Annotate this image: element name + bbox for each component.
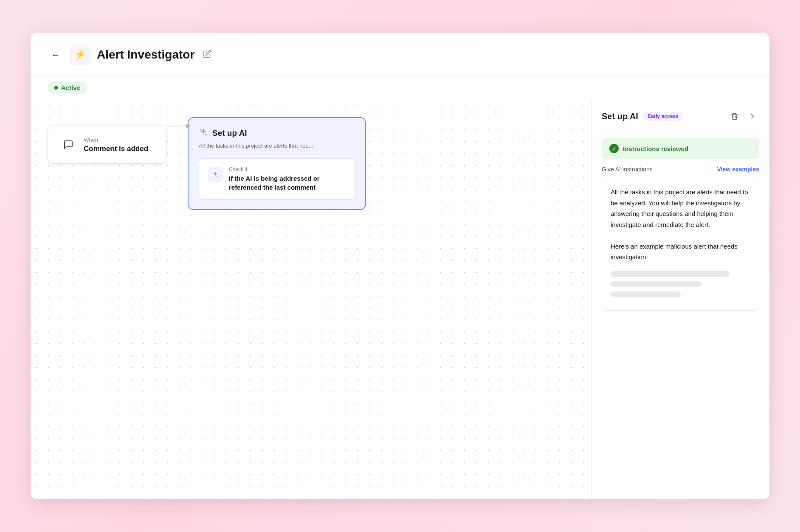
delete-button[interactable] <box>728 109 741 123</box>
main-content: When Comment is added <box>31 100 769 499</box>
view-examples-link[interactable]: View examples <box>717 166 759 173</box>
instructions-label: Give AI instructions <box>602 166 653 173</box>
trigger-title: Comment is added <box>84 145 148 153</box>
ai-card-title: Set up AI <box>212 129 247 138</box>
status-label: Active <box>61 84 80 91</box>
ai-sparkle-icon <box>199 127 208 139</box>
instructions-label-row: Give AI instructions View examples <box>602 166 759 173</box>
edit-icon[interactable] <box>203 50 211 60</box>
instructions-section: Give AI instructions View examples All t… <box>592 166 769 499</box>
panel-title: Set up AI <box>602 112 638 121</box>
canvas-area: When Comment is added <box>31 100 591 499</box>
instructions-text: All the tasks in this project are alerts… <box>611 188 748 260</box>
page-title: Alert Investigator <box>97 48 194 62</box>
early-access-badge: Early access <box>643 112 683 121</box>
trigger-text: When Comment is added <box>84 137 148 153</box>
instructions-reviewed-banner: ✓ Instructions reviewed <box>602 138 759 159</box>
comment-icon <box>60 136 77 153</box>
app-window: ← ⚡ Alert Investigator Active <box>31 33 769 499</box>
instructions-text-box[interactable]: All the tasks in this project are alerts… <box>602 178 759 311</box>
ai-card-subtitle: All the tasks in this project are alerts… <box>199 142 355 150</box>
ai-setup-card[interactable]: Set up AI All the tasks in this project … <box>188 117 366 210</box>
check-text: Check if If the AI is being addressed or… <box>229 166 346 192</box>
banner-text: Instructions reviewed <box>623 145 688 152</box>
ai-card-header: Set up AI <box>199 127 355 139</box>
skeleton-line-1 <box>611 271 730 277</box>
status-bar: Active <box>31 76 769 100</box>
check-sparkle-icon <box>208 167 223 182</box>
check-label: Check if <box>229 166 346 172</box>
connector-dot <box>186 124 190 128</box>
check-card[interactable]: Check if If the AI is being addressed or… <box>199 158 355 200</box>
skeleton-line-2 <box>611 281 701 287</box>
trigger-when-label: When <box>84 137 148 143</box>
check-title: If the AI is being addressed or referenc… <box>229 174 346 192</box>
expand-button[interactable] <box>746 109 759 123</box>
header: ← ⚡ Alert Investigator <box>31 33 769 76</box>
panel-header: Set up AI Early access <box>592 100 769 131</box>
status-badge: Active <box>48 81 87 94</box>
connector <box>166 126 188 126</box>
app-icon: ⚡ <box>70 45 90 65</box>
right-panel: Set up AI Early access <box>591 100 769 499</box>
back-button[interactable]: ← <box>48 47 63 62</box>
check-circle-icon: ✓ <box>609 144 619 153</box>
panel-actions <box>728 109 759 123</box>
status-dot <box>54 86 58 90</box>
bolt-icon: ⚡ <box>74 49 86 60</box>
trigger-card[interactable]: When Comment is added <box>48 126 166 164</box>
connector-line <box>166 126 188 126</box>
skeleton-lines <box>611 271 750 297</box>
skeleton-line-3 <box>611 291 681 297</box>
